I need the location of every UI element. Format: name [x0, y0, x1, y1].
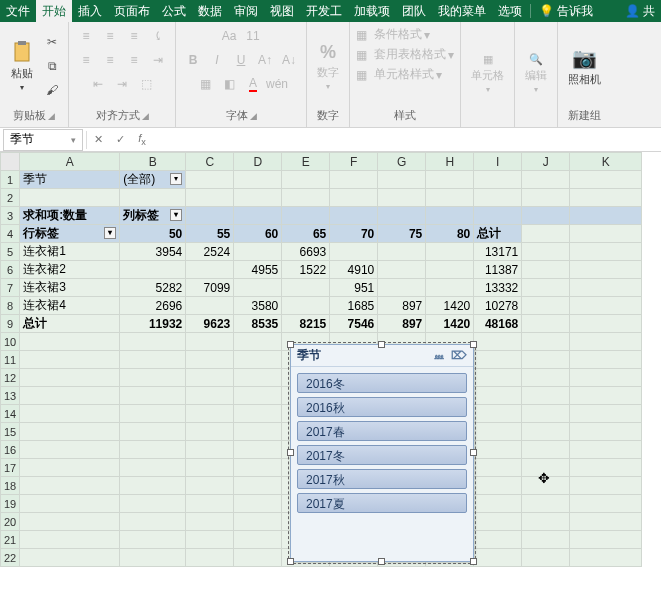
tab-team[interactable]: 团队: [396, 0, 432, 22]
fill-color-button[interactable]: ◧: [218, 74, 240, 94]
cell[interactable]: [474, 459, 522, 477]
cell[interactable]: [20, 369, 120, 387]
align-right-button[interactable]: ≡: [123, 50, 145, 70]
tab-file[interactable]: 文件: [0, 0, 36, 22]
row-header-22[interactable]: 22: [1, 549, 20, 567]
slicer-season[interactable]: 季节 ⅏ ⌦ 2016冬2016秋2017春2017冬2017秋2017夏: [290, 344, 474, 562]
copy-button[interactable]: ⧉: [42, 56, 62, 76]
tab-review[interactable]: 审阅: [228, 0, 264, 22]
cell[interactable]: 65: [282, 225, 330, 243]
cell[interactable]: [570, 513, 642, 531]
cell[interactable]: 季节: [20, 171, 120, 189]
cell[interactable]: [234, 459, 282, 477]
cell[interactable]: [20, 405, 120, 423]
cell[interactable]: [378, 189, 426, 207]
resize-handle[interactable]: [378, 558, 385, 565]
cell[interactable]: 连衣裙3: [20, 279, 120, 297]
tell-me[interactable]: 💡 告诉我: [533, 0, 599, 22]
resize-handle[interactable]: [287, 341, 294, 348]
cell[interactable]: [282, 189, 330, 207]
cell[interactable]: [20, 477, 120, 495]
cell[interactable]: [186, 549, 234, 567]
cell[interactable]: [20, 387, 120, 405]
row-header-20[interactable]: 20: [1, 513, 20, 531]
row-header-18[interactable]: 18: [1, 477, 20, 495]
col-header-J[interactable]: J: [522, 153, 570, 171]
cell[interactable]: [474, 495, 522, 513]
cell[interactable]: [234, 477, 282, 495]
cell[interactable]: [330, 171, 378, 189]
cell[interactable]: [570, 171, 642, 189]
cell[interactable]: [570, 477, 642, 495]
cell[interactable]: [120, 549, 186, 567]
cell[interactable]: [522, 207, 570, 225]
cell[interactable]: [570, 207, 642, 225]
editing-button[interactable]: 🔍 编辑 ▾: [521, 51, 551, 96]
cell[interactable]: 9623: [186, 315, 234, 333]
cell[interactable]: [474, 171, 522, 189]
cell[interactable]: 2524: [186, 243, 234, 261]
slicer-item[interactable]: 2017秋: [297, 469, 467, 489]
row-header-6[interactable]: 6: [1, 261, 20, 279]
col-header-K[interactable]: K: [570, 153, 642, 171]
cell[interactable]: 8215: [282, 315, 330, 333]
col-header-I[interactable]: I: [474, 153, 522, 171]
cell[interactable]: [20, 441, 120, 459]
cell[interactable]: 11387: [474, 261, 522, 279]
cell[interactable]: [570, 531, 642, 549]
cell[interactable]: [570, 189, 642, 207]
cell[interactable]: [522, 495, 570, 513]
cell[interactable]: [234, 243, 282, 261]
align-top-button[interactable]: ≡: [75, 26, 97, 46]
cell[interactable]: [378, 243, 426, 261]
row-header-8[interactable]: 8: [1, 297, 20, 315]
cell[interactable]: 行标签▾: [20, 225, 120, 243]
tab-addins[interactable]: 加载项: [348, 0, 396, 22]
share-button[interactable]: 👤 共: [619, 0, 661, 22]
cell[interactable]: [570, 405, 642, 423]
font-name-button[interactable]: Aa: [218, 26, 240, 46]
cell[interactable]: [474, 441, 522, 459]
cell[interactable]: [20, 333, 120, 351]
tab-data[interactable]: 数据: [192, 0, 228, 22]
cell[interactable]: 5282: [120, 279, 186, 297]
cell[interactable]: [186, 297, 234, 315]
border-button[interactable]: ▦: [194, 74, 216, 94]
cell[interactable]: [570, 297, 642, 315]
cell[interactable]: [426, 261, 474, 279]
cell[interactable]: 7546: [330, 315, 378, 333]
cell[interactable]: [474, 369, 522, 387]
cell[interactable]: [20, 459, 120, 477]
cell[interactable]: [570, 387, 642, 405]
cell[interactable]: [282, 207, 330, 225]
col-header-F[interactable]: F: [330, 153, 378, 171]
row-header-2[interactable]: 2: [1, 189, 20, 207]
cell[interactable]: [120, 531, 186, 549]
cell[interactable]: [522, 531, 570, 549]
cell[interactable]: [186, 333, 234, 351]
cell[interactable]: [20, 189, 120, 207]
cell[interactable]: [570, 495, 642, 513]
cell[interactable]: [474, 351, 522, 369]
format-painter-button[interactable]: 🖌: [42, 80, 62, 100]
cell[interactable]: [186, 513, 234, 531]
tab-formulas[interactable]: 公式: [156, 0, 192, 22]
cell[interactable]: [522, 243, 570, 261]
cell[interactable]: 总计: [474, 225, 522, 243]
cell[interactable]: 1522: [282, 261, 330, 279]
cell[interactable]: [234, 531, 282, 549]
cell[interactable]: [522, 441, 570, 459]
cell[interactable]: [186, 495, 234, 513]
row-header-9[interactable]: 9: [1, 315, 20, 333]
cell[interactable]: 连衣裙2: [20, 261, 120, 279]
cell[interactable]: 连衣裙1: [20, 243, 120, 261]
row-header-14[interactable]: 14: [1, 405, 20, 423]
wrap-text-button[interactable]: ⇥: [147, 50, 169, 70]
cell[interactable]: 连衣裙4: [20, 297, 120, 315]
row-header-12[interactable]: 12: [1, 369, 20, 387]
cell[interactable]: [522, 477, 570, 495]
resize-handle[interactable]: [287, 558, 294, 565]
camera-button[interactable]: 📷 照相机: [564, 44, 605, 89]
cell[interactable]: [522, 171, 570, 189]
cell[interactable]: [570, 261, 642, 279]
